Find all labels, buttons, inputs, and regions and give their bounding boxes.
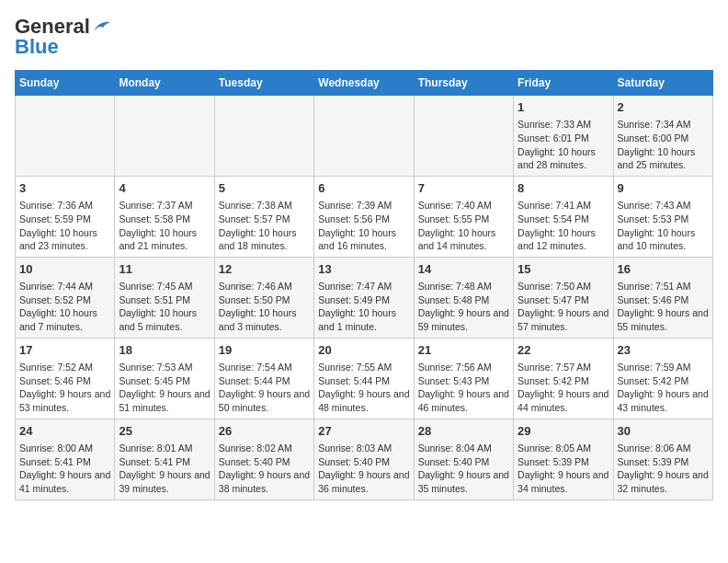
calendar-cell: 11Sunrise: 7:45 AM Sunset: 5:51 PM Dayli… (115, 257, 214, 338)
calendar-cell: 27Sunrise: 8:03 AM Sunset: 5:40 PM Dayli… (314, 419, 414, 500)
day-info: Sunrise: 7:33 AM Sunset: 6:01 PM Dayligh… (518, 118, 609, 172)
calendar-cell: 1Sunrise: 7:33 AM Sunset: 6:01 PM Daylig… (514, 96, 613, 177)
day-info: Sunrise: 7:53 AM Sunset: 5:45 PM Dayligh… (119, 361, 210, 415)
calendar-cell: 28Sunrise: 8:04 AM Sunset: 5:40 PM Dayli… (414, 419, 513, 500)
day-number: 6 (318, 180, 409, 197)
week-row-5: 24Sunrise: 8:00 AM Sunset: 5:41 PM Dayli… (16, 419, 713, 500)
day-number: 7 (418, 180, 509, 197)
day-info: Sunrise: 8:04 AM Sunset: 5:40 PM Dayligh… (418, 442, 509, 496)
calendar-cell: 3Sunrise: 7:36 AM Sunset: 5:59 PM Daylig… (16, 176, 115, 257)
day-number: 12 (219, 261, 310, 278)
calendar-cell: 21Sunrise: 7:56 AM Sunset: 5:43 PM Dayli… (414, 338, 513, 419)
logo: General Blue (15, 15, 112, 59)
weekday-header-wednesday: Wednesday (314, 71, 414, 96)
day-info: Sunrise: 7:36 AM Sunset: 5:59 PM Dayligh… (19, 199, 110, 253)
day-info: Sunrise: 7:37 AM Sunset: 5:58 PM Dayligh… (119, 199, 210, 253)
calendar-cell: 20Sunrise: 7:55 AM Sunset: 5:44 PM Dayli… (314, 338, 414, 419)
day-number: 28 (418, 423, 509, 440)
weekday-header-row: SundayMondayTuesdayWednesdayThursdayFrid… (16, 71, 713, 96)
day-number: 25 (119, 423, 210, 440)
day-number: 9 (618, 180, 709, 197)
calendar-cell: 5Sunrise: 7:38 AM Sunset: 5:57 PM Daylig… (214, 176, 313, 257)
weekday-header-tuesday: Tuesday (214, 71, 313, 96)
calendar-cell: 2Sunrise: 7:34 AM Sunset: 6:00 PM Daylig… (613, 96, 712, 177)
calendar-cell: 14Sunrise: 7:48 AM Sunset: 5:48 PM Dayli… (414, 257, 513, 338)
day-info: Sunrise: 7:38 AM Sunset: 5:57 PM Dayligh… (219, 199, 310, 253)
day-info: Sunrise: 7:55 AM Sunset: 5:44 PM Dayligh… (318, 361, 409, 415)
day-number: 3 (19, 180, 110, 197)
calendar-cell: 22Sunrise: 7:57 AM Sunset: 5:42 PM Dayli… (514, 338, 613, 419)
calendar-cell: 10Sunrise: 7:44 AM Sunset: 5:52 PM Dayli… (16, 257, 115, 338)
day-info: Sunrise: 8:03 AM Sunset: 5:40 PM Dayligh… (318, 442, 409, 496)
day-number: 11 (119, 261, 210, 278)
day-number: 13 (318, 261, 409, 278)
day-number: 20 (318, 342, 409, 359)
day-info: Sunrise: 7:52 AM Sunset: 5:46 PM Dayligh… (19, 361, 110, 415)
day-number: 18 (119, 342, 210, 359)
calendar-cell: 12Sunrise: 7:46 AM Sunset: 5:50 PM Dayli… (214, 257, 313, 338)
calendar-cell: 4Sunrise: 7:37 AM Sunset: 5:58 PM Daylig… (115, 176, 214, 257)
calendar-cell: 6Sunrise: 7:39 AM Sunset: 5:56 PM Daylig… (314, 176, 414, 257)
week-row-1: 1Sunrise: 7:33 AM Sunset: 6:01 PM Daylig… (16, 96, 713, 177)
calendar-cell: 19Sunrise: 7:54 AM Sunset: 5:44 PM Dayli… (214, 338, 313, 419)
calendar-cell: 7Sunrise: 7:40 AM Sunset: 5:55 PM Daylig… (414, 176, 513, 257)
week-row-3: 10Sunrise: 7:44 AM Sunset: 5:52 PM Dayli… (16, 257, 713, 338)
day-info: Sunrise: 7:40 AM Sunset: 5:55 PM Dayligh… (418, 199, 509, 253)
calendar-cell: 8Sunrise: 7:41 AM Sunset: 5:54 PM Daylig… (514, 176, 613, 257)
day-number: 24 (19, 423, 110, 440)
calendar-cell: 15Sunrise: 7:50 AM Sunset: 5:47 PM Dayli… (514, 257, 613, 338)
day-info: Sunrise: 7:46 AM Sunset: 5:50 PM Dayligh… (219, 280, 310, 334)
day-number: 14 (418, 261, 509, 278)
day-info: Sunrise: 7:44 AM Sunset: 5:52 PM Dayligh… (19, 280, 110, 334)
day-number: 1 (518, 99, 609, 116)
day-info: Sunrise: 7:50 AM Sunset: 5:47 PM Dayligh… (518, 280, 609, 334)
day-info: Sunrise: 7:51 AM Sunset: 5:46 PM Dayligh… (618, 280, 709, 334)
day-info: Sunrise: 7:57 AM Sunset: 5:42 PM Dayligh… (518, 361, 609, 415)
day-number: 22 (518, 342, 609, 359)
weekday-header-monday: Monday (115, 71, 214, 96)
calendar-cell: 23Sunrise: 7:59 AM Sunset: 5:42 PM Dayli… (613, 338, 712, 419)
day-info: Sunrise: 7:56 AM Sunset: 5:43 PM Dayligh… (418, 361, 509, 415)
weekday-header-sunday: Sunday (16, 71, 115, 96)
day-number: 27 (318, 423, 409, 440)
calendar-cell: 18Sunrise: 7:53 AM Sunset: 5:45 PM Dayli… (115, 338, 214, 419)
day-number: 17 (19, 342, 110, 359)
day-number: 26 (219, 423, 310, 440)
day-number: 16 (618, 261, 709, 278)
day-number: 29 (518, 423, 609, 440)
calendar-cell: 26Sunrise: 8:02 AM Sunset: 5:40 PM Dayli… (214, 419, 313, 500)
day-info: Sunrise: 7:48 AM Sunset: 5:48 PM Dayligh… (418, 280, 509, 334)
week-row-4: 17Sunrise: 7:52 AM Sunset: 5:46 PM Dayli… (16, 338, 713, 419)
day-number: 2 (618, 99, 709, 116)
calendar-cell (414, 96, 513, 177)
calendar-cell: 30Sunrise: 8:06 AM Sunset: 5:39 PM Dayli… (613, 419, 712, 500)
day-info: Sunrise: 8:06 AM Sunset: 5:39 PM Dayligh… (618, 442, 709, 496)
calendar-cell: 29Sunrise: 8:05 AM Sunset: 5:39 PM Dayli… (514, 419, 613, 500)
calendar-cell: 9Sunrise: 7:43 AM Sunset: 5:53 PM Daylig… (613, 176, 712, 257)
calendar-table: SundayMondayTuesdayWednesdayThursdayFrid… (15, 70, 713, 500)
weekday-header-thursday: Thursday (414, 71, 513, 96)
day-info: Sunrise: 7:54 AM Sunset: 5:44 PM Dayligh… (219, 361, 310, 415)
day-info: Sunrise: 7:47 AM Sunset: 5:49 PM Dayligh… (318, 280, 409, 334)
day-number: 15 (518, 261, 609, 278)
day-info: Sunrise: 8:00 AM Sunset: 5:41 PM Dayligh… (19, 442, 110, 496)
week-row-2: 3Sunrise: 7:36 AM Sunset: 5:59 PM Daylig… (16, 176, 713, 257)
calendar-cell: 13Sunrise: 7:47 AM Sunset: 5:49 PM Dayli… (314, 257, 414, 338)
day-info: Sunrise: 7:39 AM Sunset: 5:56 PM Dayligh… (318, 199, 409, 253)
calendar-cell (115, 96, 214, 177)
day-info: Sunrise: 7:34 AM Sunset: 6:00 PM Dayligh… (618, 118, 709, 172)
day-info: Sunrise: 8:01 AM Sunset: 5:41 PM Dayligh… (119, 442, 210, 496)
day-number: 21 (418, 342, 509, 359)
day-info: Sunrise: 8:02 AM Sunset: 5:40 PM Dayligh… (219, 442, 310, 496)
logo-blue: Blue (15, 35, 59, 59)
day-info: Sunrise: 8:05 AM Sunset: 5:39 PM Dayligh… (518, 442, 609, 496)
calendar-cell: 16Sunrise: 7:51 AM Sunset: 5:46 PM Dayli… (613, 257, 712, 338)
day-number: 8 (518, 180, 609, 197)
page-header: General Blue (15, 15, 713, 59)
day-info: Sunrise: 7:41 AM Sunset: 5:54 PM Dayligh… (518, 199, 609, 253)
day-number: 23 (618, 342, 709, 359)
calendar-cell: 24Sunrise: 8:00 AM Sunset: 5:41 PM Dayli… (16, 419, 115, 500)
calendar-cell: 17Sunrise: 7:52 AM Sunset: 5:46 PM Dayli… (16, 338, 115, 419)
weekday-header-saturday: Saturday (613, 71, 712, 96)
day-number: 10 (19, 261, 110, 278)
